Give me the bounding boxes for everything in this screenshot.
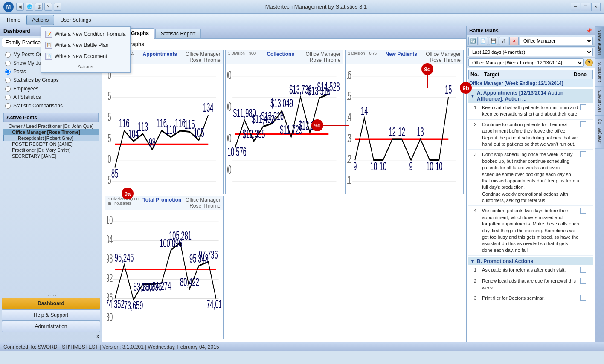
svg-text:85: 85 [111,167,118,181]
title-bar: M ◀ 🌐 🖨 ? ▾ Mastertech Management by Sta… [0,0,604,14]
promotion-division: 1 Division = 4,000 [108,197,139,201]
title-bar-left: M ◀ 🌐 🖨 ? ▾ [3,2,61,12]
print-btn[interactable]: 🖨 [35,3,43,11]
nav-all-statistics[interactable]: All Statistics [3,93,99,101]
menu-home[interactable]: Home [2,15,26,25]
svg-text:105,281: 105,281 [169,228,192,242]
svg-text:127.5: 127.5 [107,131,111,145]
collections-chart: $15,000 $13,500 $12,000 $10,500 $10,576 … [226,64,343,194]
list-item[interactable]: Practitioner [Dr. Mary Smith] [3,147,99,153]
placeholder-2 [225,196,344,340]
delete-btn[interactable]: ✕ [509,37,519,45]
svg-text:$12,102: $12,102 [299,118,321,133]
svg-text:15: 15 [445,83,452,97]
expand-btn[interactable]: » [2,332,100,340]
svg-text:12: 12 [347,152,351,166]
right-panel-title: Battle Plans [469,28,499,34]
help-support-btn[interactable]: Help & Support [2,309,100,321]
nav-statistics-groups[interactable]: Statistics by Groups [3,76,99,84]
svg-text:15: 15 [347,89,351,103]
svg-text:12: 12 [398,124,405,139]
right-panel: Battle Plans 📌 🔄 📄 💾 🖨 ✕ Office Manager … [467,26,595,342]
print-btn[interactable]: 🖨 [499,37,508,45]
new-patients-meta: Office Manager Rose Throme [426,51,461,63]
action-battle-plan[interactable]: 📋 Write a New Battle Plan [41,40,130,51]
svg-text:$14,528: $14,528 [317,79,340,93]
svg-text:98: 98 [107,252,113,265]
vtab-documents[interactable]: Documents [595,87,604,116]
date-filter-select[interactable]: Last 120 days (4 months) [468,48,593,56]
check-b2[interactable] [580,278,586,284]
menu-user-settings[interactable]: User Settings [55,15,96,25]
actions-dropdown: 📝 Write a New Condition Formula 📋 Write … [41,26,131,73]
bp-item-b2: 2 Renew local ads that are due for renew… [468,276,593,293]
svg-text:110: 110 [107,213,113,226]
dashboard-btn[interactable]: Dashboard [2,298,100,309]
list-item[interactable]: SECRETARY [JANE] [3,153,99,159]
administration-btn[interactable]: Administration [2,321,100,332]
nav-employees[interactable]: Employees [3,85,99,92]
manager-select[interactable]: Office Manager [520,37,593,45]
vtab-conditions[interactable]: Conditions [595,58,604,86]
week-select[interactable]: Office Manager [Week Ending: 12/13/2014] [468,58,584,67]
resize-handle[interactable]: · · · · · [2,294,100,298]
svg-text:13: 13 [417,124,424,139]
new-patients-chart: 16 15 14 13 12 11 9 14 10 [346,64,463,194]
menu-bar: Home Actions User Settings [0,14,604,26]
check-a4[interactable] [580,208,586,214]
svg-text:113: 113 [138,119,148,133]
svg-text:110: 110 [166,122,176,136]
section-a-collapse[interactable]: ▼ [470,93,475,99]
svg-text:80: 80 [107,310,113,323]
section-b-collapse[interactable]: ▼ [470,258,475,264]
window-controls: ─ ❐ ✕ [571,3,601,11]
svg-text:$10,500: $10,500 [227,162,232,176]
web-btn[interactable]: 🌐 [26,3,33,11]
svg-text:$12,216: $12,216 [261,109,284,123]
svg-text:10: 10 [427,159,433,173]
bp-item-a1: 1 Keep chit-chat with patients to a mini… [468,103,593,120]
menu-actions[interactable]: Actions [26,15,54,25]
svg-text:105: 105 [194,126,204,140]
check-a3[interactable] [580,151,586,157]
dropdown-arrow[interactable]: ▾ [54,3,61,11]
save-btn[interactable]: 💾 [489,37,498,45]
center-tabs: Statistic Graphs Statistic Report [102,26,466,39]
svg-text:$12,355: $12,355 [242,127,265,141]
check-b1[interactable] [580,267,586,273]
promotion-meta: Office Manager Rose Throme [186,197,221,209]
svg-text:10: 10 [370,159,377,173]
sidebar: Dashboard 📌 Family Practice My Posts Onl… [0,26,102,342]
vtab-battle-plans[interactable]: Battle Plans [595,26,604,58]
close-btn[interactable]: ✕ [591,3,601,11]
tab-statistic-report[interactable]: Statistic Report [155,29,201,38]
right-panel-pin[interactable]: 📌 [586,28,592,34]
check-a2[interactable] [580,121,586,127]
list-item[interactable]: Office Manager [Rose Throme] [3,129,99,135]
refresh-btn[interactable]: 🔄 [468,37,478,45]
minimize-btn[interactable]: ─ [571,3,580,11]
battle-plans-help-btn[interactable]: ? [585,59,593,66]
center-panel: Statistic Graphs Statistic Report Statis… [102,26,467,342]
help-btn[interactable]: ? [44,3,52,11]
check-b3[interactable] [580,295,586,301]
back-btn[interactable]: ◀ [16,3,24,11]
nav-statistic-comparisons[interactable]: Statistic Comparisons [3,102,99,110]
promotion-title: Total Promotion [139,197,186,203]
vertical-tabs: Battle Plans Conditions Documents Change… [595,26,604,342]
action-document[interactable]: 📄 Write a New Document [41,51,130,62]
vtab-changes-log[interactable]: Changes Log [595,116,604,149]
new-doc-btn[interactable]: 📄 [479,37,488,45]
svg-text:95,246: 95,246 [115,251,134,264]
svg-text:10: 10 [436,159,443,173]
appointments-chart: 150 142.5 135 127.5 120 112.5 [105,64,223,194]
list-item[interactable]: POSTE RECEPTION [JANE] [3,141,99,147]
restore-btn[interactable]: ❐ [581,3,590,11]
svg-text:84,274: 84,274 [152,279,171,292]
check-a1[interactable] [580,104,586,110]
list-item[interactable]: Receptionist [Robert Grey] [3,135,99,141]
svg-text:112.5: 112.5 [107,173,111,187]
list-item[interactable]: Owner / Lead Practitioner [Dr. John Que] [3,123,99,129]
action-condition-formula[interactable]: 📝 Write a New Condition Formula [41,29,130,40]
graph-collections-header: 1 Division = 900 Collections Office Mana… [226,50,343,64]
